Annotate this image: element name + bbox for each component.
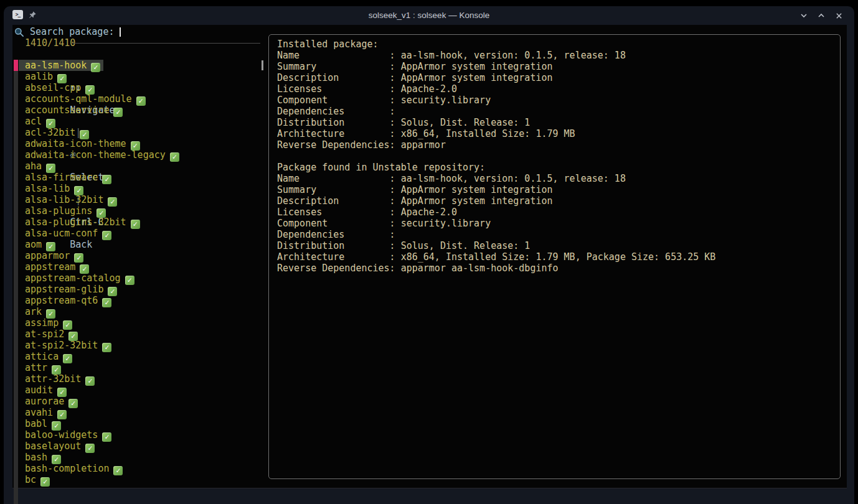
package-name: aom — [25, 239, 42, 250]
package-name: avahi — [25, 407, 53, 418]
preview-line: Component : security.library — [277, 218, 832, 229]
package-row[interactable]: alsa-plugins✓ — [12, 205, 274, 217]
package-row[interactable]: alsa-firmware✓ — [12, 172, 274, 183]
preview-line: Architecture : x86_64, Installed Size: 1… — [277, 128, 832, 139]
package-row[interactable]: assimp✓ — [12, 317, 274, 329]
package-row[interactable]: aha✓ — [12, 161, 274, 172]
package-name: adwaita-icon-theme — [25, 138, 126, 149]
preview-line: Name : aa-lsm-hook, version: 0.1.5, rele… — [277, 50, 832, 61]
package-name: alsa-plugins — [25, 205, 92, 217]
package-name: bash-completion — [25, 463, 109, 474]
package-name: acl — [25, 116, 42, 127]
text-cursor — [120, 27, 121, 37]
package-row[interactable]: apparmor✓ — [12, 250, 274, 261]
package-name: accountsservice — [25, 105, 109, 116]
package-row[interactable]: aurorae✓ — [12, 396, 274, 407]
maximize-button[interactable] — [816, 10, 827, 21]
package-row[interactable]: aa-lsm-hook✓ — [12, 60, 274, 71]
preview-line: Dependencies : — [277, 229, 832, 240]
close-icon — [836, 12, 842, 19]
package-name: apparmor — [25, 250, 70, 261]
preview-line: Reverse Dependencies: apparmor aa-lsm-ho… — [277, 263, 832, 274]
package-row[interactable]: acl-32bit✓ — [12, 127, 274, 138]
preview-line: Component : security.library — [277, 95, 832, 106]
package-name: alsa-ucm-conf — [25, 228, 98, 239]
package-row[interactable]: bash-completion✓ — [12, 463, 274, 474]
package-row[interactable]: attr✓ — [12, 362, 274, 373]
package-row[interactable]: adwaita-icon-theme✓ — [12, 138, 274, 149]
package-row[interactable]: audit✓ — [12, 385, 274, 396]
package-name: aurorae — [25, 396, 64, 407]
package-row[interactable]: alsa-lib✓ — [12, 183, 274, 194]
package-row[interactable]: at-spi2-32bit✓ — [12, 340, 274, 351]
search-input[interactable]: Search package: — [14, 26, 121, 37]
package-row[interactable]: attr-32bit✓ — [12, 373, 274, 385]
installed-check-icon: ✓ — [85, 444, 95, 453]
minimize-button[interactable] — [798, 10, 809, 21]
preview-line: Description : AppArmor system integratio… — [277, 72, 832, 83]
installed-check-icon: ✓ — [131, 220, 140, 229]
package-name: accounts-qml-module — [25, 93, 132, 105]
package-row[interactable]: aalib✓ — [12, 71, 274, 82]
installed-check-icon: ✓ — [102, 175, 111, 184]
preview-line: Installed package: — [277, 39, 832, 50]
search-icon — [14, 27, 24, 37]
package-row[interactable]: alsa-ucm-conf✓ — [12, 228, 274, 239]
package-row[interactable]: bc✓ — [12, 474, 274, 485]
package-name: acl-32bit — [25, 127, 75, 138]
list-scrollbar-thumb — [262, 60, 263, 70]
preview-line: Dependencies : — [277, 106, 832, 117]
package-row[interactable]: appstream-catalog✓ — [12, 273, 274, 284]
preview-line: Distribution : Solus, Dist. Release: 1 — [277, 117, 832, 128]
close-button[interactable] — [833, 10, 844, 21]
package-row[interactable]: adwaita-icon-theme-legacy✓ — [12, 149, 274, 161]
installed-check-icon: ✓ — [91, 63, 100, 72]
package-name: attr — [25, 362, 47, 373]
package-row[interactable]: accountsservice✓ — [12, 105, 274, 116]
package-row[interactable]: baselayout✓ — [12, 441, 274, 452]
installed-check-icon: ✓ — [113, 108, 123, 117]
package-row[interactable]: bash✓ — [12, 452, 274, 463]
package-row[interactable]: at-spi2✓ — [12, 329, 274, 340]
preview-line: Summary : AppArmor system integration — [277, 61, 832, 72]
preview-line: Licenses : Apache-2.0 — [277, 207, 832, 218]
package-name: adwaita-icon-theme-legacy — [25, 149, 166, 161]
package-row[interactable]: appstream-glib✓ — [12, 284, 274, 295]
package-row[interactable]: attica✓ — [12, 351, 274, 362]
installed-check-icon: ✓ — [40, 477, 50, 487]
package-row[interactable]: babl✓ — [12, 418, 274, 429]
package-name: at-spi2 — [25, 329, 64, 340]
package-name: alsa-lib — [25, 183, 70, 194]
package-row[interactable]: abseil-cpp✓ — [12, 82, 274, 93]
window-titlebar: >_ solseek_v1 : solseek — Konsole — [4, 6, 854, 25]
package-name: attica — [25, 351, 59, 362]
package-row[interactable]: aom✓ — [12, 239, 274, 250]
package-name: ark — [25, 306, 42, 317]
chevron-down-icon — [800, 12, 808, 19]
preview-line: Description : AppArmor system integratio… — [277, 195, 832, 207]
package-row[interactable]: ark✓ — [12, 306, 274, 317]
package-row[interactable]: alsa-lib-32bit✓ — [12, 194, 274, 205]
package-row[interactable]: baloo-widgets✓ — [12, 429, 274, 441]
chevron-up-icon — [818, 12, 825, 19]
package-row[interactable]: alsa-plugins-32bit✓ — [12, 217, 274, 228]
package-row[interactable]: avahi✓ — [12, 407, 274, 418]
preview-line: Summary : AppArmor system integration — [277, 184, 832, 195]
package-name: aa-lsm-hook — [25, 60, 87, 71]
preview-line: Licenses : Apache-2.0 — [277, 83, 832, 95]
package-row[interactable]: appstream✓ — [12, 261, 274, 273]
package-row[interactable]: accounts-qml-module✓ — [12, 93, 274, 105]
preview-line — [277, 151, 832, 162]
package-name: baloo-widgets — [25, 429, 98, 441]
package-name: attr-32bit — [25, 373, 81, 385]
package-row[interactable]: acl✓ — [12, 116, 274, 127]
package-name: bash — [25, 452, 47, 463]
search-prompt-label: Search package: — [30, 26, 114, 37]
preview-line: Package found in Unstable repository: — [277, 162, 832, 173]
package-list: aa-lsm-hook✓ aalib✓ abseil-cpp✓ — [12, 60, 274, 485]
package-name: aalib — [25, 71, 53, 82]
package-name: bc — [25, 474, 36, 485]
counter-separator-line — [72, 43, 260, 44]
installed-check-icon: ✓ — [85, 376, 95, 386]
package-row[interactable]: appstream-qt6✓ — [12, 295, 274, 306]
